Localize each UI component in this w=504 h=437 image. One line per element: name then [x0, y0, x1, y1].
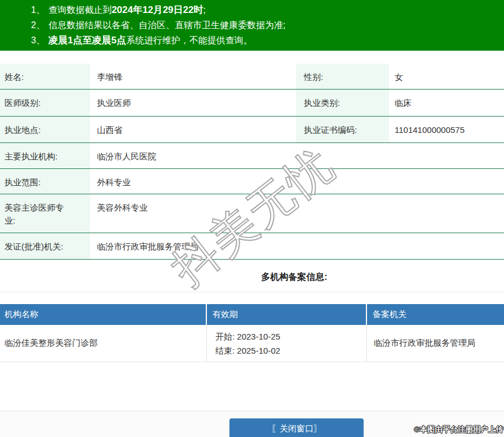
copyright-watermark-text: ©本图由平台注册用户上传	[414, 425, 503, 435]
table-row: 美容主诊医师专业: 美容外科专业	[0, 194, 504, 233]
field-label-practice-category: 执业类别:	[296, 90, 389, 116]
filing-authority: 临汾市行政审批服务管理局	[367, 325, 504, 362]
spacer	[0, 362, 504, 411]
validity-end-date: 2025-10-02	[237, 346, 280, 355]
field-label-certificate-number: 执业证书编码:	[296, 117, 389, 142]
validity-end: 结束: 2025-10-02	[215, 344, 366, 358]
table-row: 医师级别: 执业医师 执业类别: 临床	[0, 90, 504, 117]
field-label-doctor-level: 医师级别:	[0, 90, 90, 116]
field-label-name: 姓名:	[0, 64, 90, 89]
column-header-validity: 有效期	[207, 304, 367, 325]
notice-bold-text: 2024年12月29日22时	[112, 5, 204, 15]
field-label-issuing-authority: 发证(批准)机关:	[0, 233, 90, 259]
validity-start-date: 2023-10-25	[237, 332, 280, 341]
notice-number: 1、	[31, 5, 45, 15]
doctor-info-table: 姓名: 李增锋 性别: 女 医师级别: 执业医师 执业类别: 临床 执业地点: …	[0, 64, 504, 260]
table-row: 姓名: 李增锋 性别: 女	[0, 64, 504, 90]
filing-validity: 开始: 2023-10-25 结束: 2025-10-02	[207, 325, 367, 362]
field-value-issuing-authority: 临汾市行政审批服务管理局	[90, 233, 504, 259]
notice-banner: 1、查询数据截止到2024年12月29日22时; 2、信息数据结果以各省、自治区…	[0, 0, 504, 51]
field-value-name: 李增锋	[90, 64, 296, 89]
field-label-practice-scope: 执业范围:	[0, 169, 90, 194]
filing-org-name: 临汾佳美整形美容门诊部	[0, 325, 207, 362]
field-value-main-institution: 临汾市人民医院	[90, 143, 504, 168]
table-row: 主要执业机构: 临汾市人民医院	[0, 143, 504, 169]
field-value-gender: 女	[389, 64, 504, 89]
table-row: 执业范围: 外科专业	[0, 169, 504, 194]
table-row: 执业地点: 山西省 执业证书编码: 110141000000575	[0, 117, 504, 143]
notice-text: 系统进行维护，不能提供查询。	[126, 35, 253, 45]
filing-table: 机构名称 有效期 备案机关 临汾佳美整形美容门诊部 开始: 2023-10-25…	[0, 304, 504, 362]
notice-line-1: 1、查询数据截止到2024年12月29日22时;	[31, 2, 504, 17]
notice-line-3: 3、凌晨1点至凌晨5点系统进行维护，不能提供查询。	[31, 33, 504, 48]
field-label-cosmetic-specialty: 美容主诊医师专业:	[0, 194, 90, 233]
column-header-org-name: 机构名称	[0, 304, 207, 325]
notice-bold-text: 凌晨1点至凌晨5点	[48, 35, 126, 46]
notice-text: ;	[203, 5, 205, 15]
column-header-filing-authority: 备案机关	[367, 304, 504, 325]
field-value-practice-category: 临床	[389, 90, 504, 116]
notice-text: 查询数据截止到	[48, 5, 112, 15]
filing-table-row: 临汾佳美整形美容门诊部 开始: 2023-10-25 结束: 2025-10-0…	[0, 325, 504, 362]
field-label-main-institution: 主要执业机构:	[0, 143, 90, 168]
notice-text: 信息数据结果以各省、自治区、直辖市卫生健康委数据为准;	[48, 20, 285, 30]
field-value-practice-scope: 外科专业	[90, 169, 504, 194]
notice-number: 2、	[31, 20, 45, 30]
field-value-certificate-number: 110141000000575	[389, 117, 504, 142]
validity-start-label: 开始:	[215, 332, 235, 341]
validity-end-label: 结束:	[215, 346, 235, 355]
notice-line-2: 2、信息数据结果以各省、自治区、直辖市卫生健康委数据为准;	[31, 17, 504, 33]
field-label-gender: 性别:	[296, 64, 389, 89]
validity-start: 开始: 2023-10-25	[215, 329, 366, 344]
notice-number: 3、	[31, 35, 45, 45]
filing-section-heading: 多机构备案信息:	[0, 271, 504, 292]
filing-table-header: 机构名称 有效期 备案机关	[0, 304, 504, 325]
close-window-button[interactable]: 〖关闭窗口〗	[229, 418, 364, 437]
table-row: 发证(批准)机关: 临汾市行政审批服务管理局	[0, 233, 504, 260]
field-value-cosmetic-specialty: 美容外科专业	[90, 194, 504, 233]
field-label-practice-location: 执业地点:	[0, 117, 90, 142]
field-value-doctor-level: 执业医师	[90, 90, 296, 116]
field-value-practice-location: 山西省	[90, 117, 296, 142]
